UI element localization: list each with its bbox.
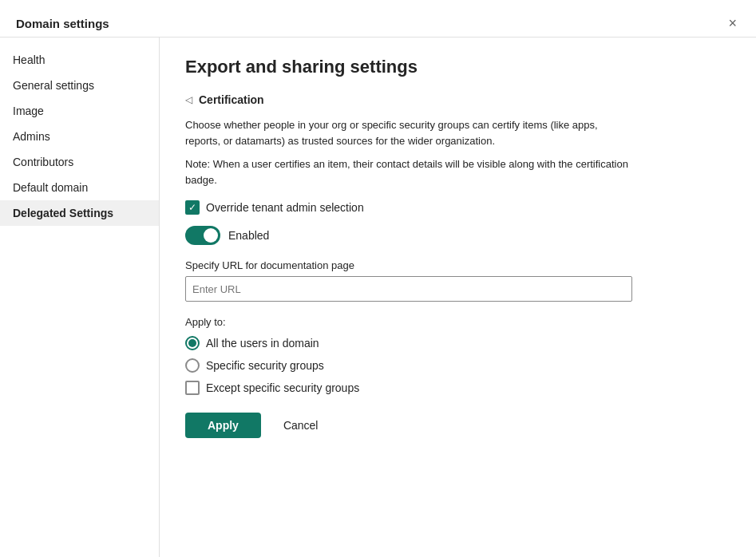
toggle-row: Enabled: [185, 226, 730, 245]
radio-specific-groups-row: Specific security groups: [185, 358, 730, 373]
sidebar-item-general-settings[interactable]: General settings: [0, 73, 159, 98]
sidebar-item-default-domain[interactable]: Default domain: [0, 175, 159, 200]
domain-settings-dialog: Domain settings × Health General setting…: [0, 0, 756, 557]
chevron-icon: ◁: [185, 94, 192, 105]
close-button[interactable]: ×: [725, 13, 740, 34]
url-label: Specify URL for documentation page: [185, 259, 730, 271]
radio-specific-groups[interactable]: [185, 358, 200, 373]
cancel-button[interactable]: Cancel: [271, 413, 331, 438]
apply-button[interactable]: Apply: [185, 413, 261, 438]
sidebar: Health General settings Image Admins Con…: [0, 38, 160, 557]
sidebar-item-delegated-settings[interactable]: Delegated Settings: [0, 200, 159, 226]
main-content: Export and sharing settings ◁ Certificat…: [160, 38, 756, 557]
except-row: Except specific security groups: [185, 381, 730, 395]
radio-all-users-row: All the users in domain: [185, 336, 730, 350]
enabled-toggle[interactable]: [185, 226, 220, 245]
apply-to-label: Apply to:: [185, 316, 730, 328]
sidebar-item-admins[interactable]: Admins: [0, 124, 159, 149]
except-checkbox[interactable]: [185, 381, 200, 395]
sidebar-item-health[interactable]: Health: [0, 47, 159, 73]
buttons-row: Apply Cancel: [185, 413, 730, 438]
page-title: Export and sharing settings: [185, 57, 730, 77]
radio-specific-groups-label: Specific security groups: [206, 359, 324, 372]
sidebar-item-image[interactable]: Image: [0, 98, 159, 124]
url-input[interactable]: [185, 276, 632, 302]
section-header[interactable]: ◁ Certification: [185, 93, 730, 106]
toggle-label: Enabled: [228, 229, 269, 242]
override-checkbox-row: ✓ Override tenant admin selection: [185, 200, 730, 215]
checkmark-icon: ✓: [188, 203, 196, 212]
except-checkbox-label: Except specific security groups: [206, 381, 359, 394]
dialog-header: Domain settings ×: [0, 0, 756, 38]
dialog-title: Domain settings: [16, 17, 109, 30]
section-title: Certification: [199, 93, 264, 106]
description-1: Choose whether people in your org or spe…: [185, 117, 632, 148]
radio-all-users-label: All the users in domain: [206, 337, 319, 350]
radio-all-users[interactable]: [185, 336, 200, 350]
override-checkbox-label: Override tenant admin selection: [206, 201, 364, 214]
description-2: Note: When a user certifies an item, the…: [185, 156, 632, 188]
sidebar-item-contributors[interactable]: Contributors: [0, 149, 159, 175]
dialog-body: Health General settings Image Admins Con…: [0, 38, 756, 557]
override-checkbox[interactable]: ✓: [185, 200, 200, 215]
